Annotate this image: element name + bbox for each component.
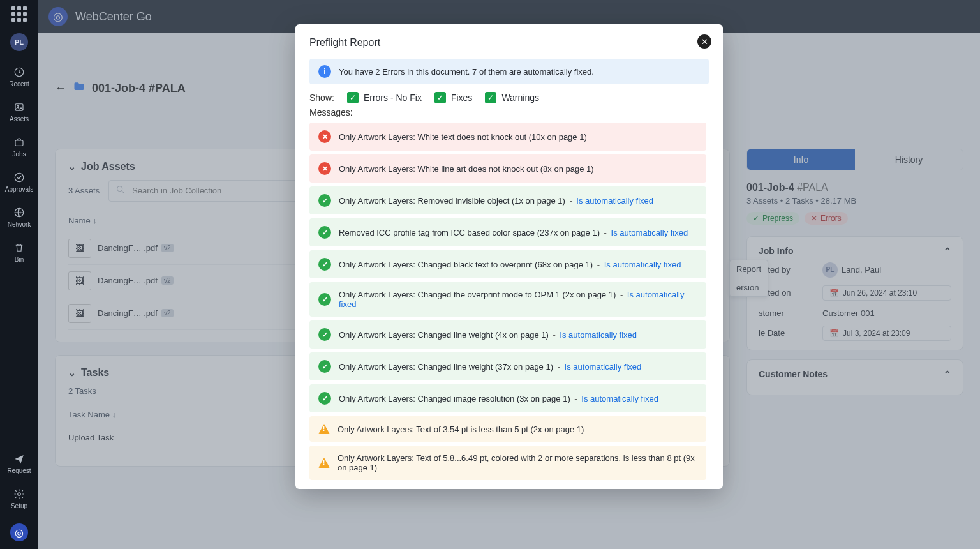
check-icon: ✓ <box>318 360 331 373</box>
error-icon: ✕ <box>318 130 331 143</box>
sidebar-item-label: Recent <box>9 80 29 87</box>
preflight-message-fix[interactable]: ✓Only Artwork Layers: Changed black text… <box>309 250 706 278</box>
sidebar-item-setup[interactable]: Setup <box>11 487 27 509</box>
check-icon: ✓ <box>318 258 331 271</box>
globe-icon <box>12 206 26 220</box>
send-icon <box>12 452 26 466</box>
error-icon: ✕ <box>318 162 331 175</box>
svg-rect-1 <box>15 104 23 111</box>
svg-point-4 <box>15 173 24 182</box>
sidebar-item-label: Jobs <box>12 151 26 158</box>
brand-swirl-icon[interactable]: ◎ <box>10 523 28 541</box>
sidebar-item-recent[interactable]: Recent <box>9 65 29 87</box>
preflight-message-warn[interactable]: Only Artwork Layers: Text of 5.8...6.49 … <box>309 446 706 480</box>
message-text: Only Artwork Layers: Text of 3.54 pt is … <box>338 425 584 434</box>
filter-fixes-checkbox[interactable]: ✓Fixes <box>434 92 472 103</box>
check-icon: ✓ <box>318 328 331 341</box>
sidebar-item-label: Network <box>8 221 31 228</box>
modal-title: Preflight Report <box>309 37 709 49</box>
sidebar-item-approvals[interactable]: Approvals <box>5 170 33 193</box>
sidebar-item-label: Bin <box>15 256 24 263</box>
svg-rect-3 <box>15 140 23 146</box>
preflight-message-error[interactable]: ✕Only Artwork Layers: White text does no… <box>309 123 706 151</box>
messages-list: ✕Only Artwork Layers: White text does no… <box>309 123 709 480</box>
sidebar-item-assets[interactable]: Assets <box>10 100 29 123</box>
sidebar-item-bin[interactable]: Bin <box>12 241 26 263</box>
auto-fixed-link[interactable]: Is automatically fixed <box>611 228 688 237</box>
preflight-message-warn[interactable]: Only Artwork Layers: Text of 3.54 pt is … <box>309 416 706 442</box>
auto-fixed-link[interactable]: Is automatically fixed <box>565 362 642 372</box>
check-icon: ✓ <box>318 226 331 239</box>
warning-icon <box>318 458 330 468</box>
preflight-message-fix[interactable]: ✓Only Artwork Layers: Removed invisible … <box>309 186 706 214</box>
filter-warnings-checkbox[interactable]: ✓Warnings <box>485 92 539 103</box>
briefcase-icon <box>12 135 26 149</box>
auto-fixed-link[interactable]: Is automatically fixed <box>560 330 637 340</box>
check-circle-icon <box>12 170 26 184</box>
message-text: Only Artwork Layers: Removed invisible o… <box>339 196 653 206</box>
sidebar-item-jobs[interactable]: Jobs <box>12 135 26 158</box>
checkbox-checked-icon: ✓ <box>347 92 359 103</box>
auto-fixed-link[interactable]: Is automatically fixed <box>604 260 681 269</box>
message-text: Removed ICC profile tag from ICC based c… <box>339 228 688 237</box>
summary-banner: i You have 2 Errors in this document. 7 … <box>309 59 709 84</box>
gear-icon <box>12 487 26 501</box>
auto-fixed-link[interactable]: Is automatically fixed <box>576 196 653 206</box>
apps-grid-icon[interactable] <box>11 6 27 22</box>
checkbox-checked-icon: ✓ <box>434 92 446 103</box>
warning-icon <box>318 424 330 434</box>
message-text: Only Artwork Layers: Changed black text … <box>339 260 681 269</box>
preflight-message-error[interactable]: ✕Only Artwork Layers: White line art doe… <box>309 154 706 183</box>
preflight-message-fix[interactable]: ✓Only Artwork Layers: Changed the overpr… <box>309 282 706 317</box>
preflight-message-fix[interactable]: ✓Only Artwork Layers: Changed line weigh… <box>309 320 706 349</box>
preflight-report-modal: Preflight Report ✕ i You have 2 Errors i… <box>295 24 723 489</box>
trash-icon <box>12 241 26 255</box>
left-sidebar: PL Recent Assets Jobs Approvals Network <box>0 0 38 549</box>
sidebar-item-label: Setup <box>11 502 27 509</box>
clock-icon <box>12 65 26 79</box>
sidebar-item-label: Assets <box>10 116 29 123</box>
check-icon: ✓ <box>318 392 331 405</box>
check-icon: ✓ <box>318 194 331 207</box>
user-avatar[interactable]: PL <box>10 33 28 51</box>
message-text: Only Artwork Layers: Changed line weight… <box>339 330 637 340</box>
checkbox-checked-icon: ✓ <box>485 92 496 103</box>
summary-text: You have 2 Errors in this document. 7 of… <box>339 67 594 77</box>
sidebar-item-label: Request <box>7 467 31 474</box>
messages-heading: Messages: <box>309 107 709 117</box>
filter-row: Show: ✓Errors - No Fix ✓Fixes ✓Warnings <box>309 92 709 103</box>
auto-fixed-link[interactable]: Is automatically fixed <box>581 394 658 403</box>
check-icon: ✓ <box>318 293 331 306</box>
sidebar-item-request[interactable]: Request <box>7 452 31 474</box>
sidebar-item-label: Approvals <box>5 186 33 193</box>
message-text: Only Artwork Layers: Changed the overpri… <box>339 290 697 309</box>
message-text: Only Artwork Layers: White text does not… <box>339 132 587 142</box>
filter-heading: Show: <box>309 93 334 103</box>
image-icon <box>12 100 26 114</box>
message-text: Only Artwork Layers: White line art does… <box>339 164 594 174</box>
message-text: Only Artwork Layers: Text of 5.8...6.49 … <box>338 453 697 472</box>
message-text: Only Artwork Layers: Changed line weight… <box>339 362 641 372</box>
preflight-message-fix[interactable]: ✓Only Artwork Layers: Changed line weigh… <box>309 352 706 380</box>
preflight-message-fix[interactable]: ✓Only Artwork Layers: Changed image reso… <box>309 384 706 412</box>
filter-errors-checkbox[interactable]: ✓Errors - No Fix <box>347 92 422 103</box>
auto-fixed-link[interactable]: Is automatically fixed <box>339 290 684 309</box>
close-icon[interactable]: ✕ <box>697 34 711 49</box>
info-icon: i <box>318 65 331 78</box>
message-text: Only Artwork Layers: Changed image resol… <box>339 394 658 403</box>
preflight-message-fix[interactable]: ✓Removed ICC profile tag from ICC based … <box>309 218 706 246</box>
sidebar-item-network[interactable]: Network <box>8 206 31 228</box>
svg-point-6 <box>18 493 21 496</box>
